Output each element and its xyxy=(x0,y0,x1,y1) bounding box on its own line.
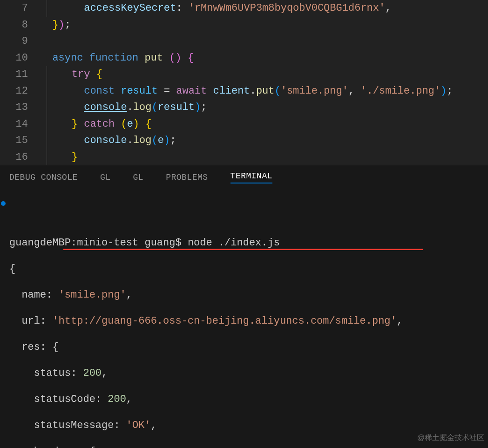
code-line[interactable]: console.log(result); xyxy=(40,99,453,116)
code-line[interactable]: async function put () { xyxy=(40,50,453,67)
token-paren: ) xyxy=(195,99,201,116)
tab-problems[interactable]: PROBLEMS xyxy=(166,173,208,182)
token-brace: } xyxy=(72,149,78,166)
panel-tabs: DEBUG CONSOLE GL GL PROBLEMS TERMINAL xyxy=(0,165,488,189)
terminal-panel[interactable]: guangdeMBP:minio-test guang$ node ./inde… xyxy=(0,189,488,448)
token-brace: { xyxy=(96,66,102,83)
line-number: 11 xyxy=(0,66,28,83)
tab-gl[interactable]: GL xyxy=(133,173,144,182)
token-object: client xyxy=(213,83,250,100)
token-comma: , xyxy=(348,83,354,100)
token-paren: ) xyxy=(133,116,139,133)
token-comma: , xyxy=(385,0,391,17)
line-number: 14 xyxy=(0,116,28,133)
key: statusCode: xyxy=(9,394,108,405)
line-number-gutter: 7 8 9 10 11 12 13 14 15 16 xyxy=(0,0,40,165)
token-dot: . xyxy=(127,132,133,149)
token-string: './smile.png' xyxy=(360,83,441,100)
token-brace: } xyxy=(72,116,78,133)
tab-gl[interactable]: GL xyxy=(100,173,111,182)
token-colon: : xyxy=(176,0,182,17)
token-paren: ( xyxy=(151,99,157,116)
token-dot: . xyxy=(250,83,256,100)
token-variable: e xyxy=(127,116,133,133)
token-paren: ( xyxy=(275,83,281,100)
comma: , xyxy=(126,289,132,301)
token-method: log xyxy=(133,132,152,149)
token-keyword: const xyxy=(84,83,115,100)
value-number: 200 xyxy=(108,394,126,405)
code-line[interactable]: }); xyxy=(40,17,453,34)
code-line[interactable]: console.log(e); xyxy=(40,132,453,149)
token-variable: result xyxy=(158,99,195,116)
comma: , xyxy=(102,367,108,379)
comma: , xyxy=(151,420,157,431)
token-paren: ) xyxy=(164,132,170,149)
line-number: 8 xyxy=(0,17,28,34)
prompt: guangdeMBP:minio-test guang$ xyxy=(9,237,188,249)
terminal-line[interactable]: name: 'smile.png', xyxy=(9,289,479,302)
watermark: @稀土掘金技术社区 xyxy=(417,431,484,444)
terminal-line[interactable]: status: 200, xyxy=(9,367,479,380)
code-line[interactable]: accessKeySecret: 'rMnwWm6UVP3m8byqobV0CQ… xyxy=(40,0,453,17)
token-method: log xyxy=(133,99,152,116)
token-operator: = xyxy=(164,83,170,100)
value-string: 'smile.png' xyxy=(59,289,126,301)
token-dot: . xyxy=(127,99,133,116)
token-keyword: catch xyxy=(84,116,115,133)
terminal-line[interactable]: statusMessage: 'OK', xyxy=(9,419,479,432)
value-url: 'http://guang-666.oss-cn-beijing.aliyunc… xyxy=(52,315,396,327)
key: url: xyxy=(9,315,52,327)
terminal-line[interactable]: res: { xyxy=(9,341,479,354)
tab-terminal[interactable]: TERMINAL xyxy=(230,171,272,183)
token-semicolon: ; xyxy=(170,132,176,149)
code-editor[interactable]: 7 8 9 10 11 12 13 14 15 16 accessKeySecr… xyxy=(0,0,488,165)
token-brace: } xyxy=(52,17,58,34)
token-fn-name: put xyxy=(144,50,163,67)
code-line[interactable]: } xyxy=(40,149,453,166)
key: status: xyxy=(9,367,83,379)
token-paren: ( xyxy=(169,50,175,67)
line-number: 7 xyxy=(0,0,28,17)
key: res: { xyxy=(9,341,59,353)
terminal-marker-icon xyxy=(1,201,6,206)
token-string: 'rMnwWm6UVP3m8byqobV0CQBG1d6rnx' xyxy=(189,0,385,17)
token-paren: ( xyxy=(121,116,127,133)
terminal-line[interactable]: statusCode: 200, xyxy=(9,393,479,406)
token-variable: e xyxy=(158,132,164,149)
token-semicolon: ; xyxy=(65,17,71,34)
token-keyword: async xyxy=(52,50,83,67)
terminal-line[interactable]: url: 'http://guang-666.oss-cn-beijing.al… xyxy=(9,315,479,328)
token-object: console xyxy=(84,132,127,149)
code-line[interactable] xyxy=(40,33,453,50)
token-semicolon: ; xyxy=(447,83,453,100)
terminal-line[interactable]: { xyxy=(9,263,479,276)
token-paren: ) xyxy=(59,17,65,34)
tab-debug-console[interactable]: DEBUG CONSOLE xyxy=(9,173,78,182)
code-line[interactable]: const result = await client.put('smile.p… xyxy=(40,83,453,100)
code-line[interactable]: } catch (e) { xyxy=(40,116,453,133)
token-paren: ( xyxy=(151,132,157,149)
command: node ./index.js xyxy=(188,237,280,249)
token-semicolon: ; xyxy=(201,99,207,116)
key: name: xyxy=(9,289,59,301)
key: statusMessage: xyxy=(9,420,126,431)
token-keyword: function xyxy=(89,50,139,67)
token-property: accessKeySecret xyxy=(84,0,176,17)
terminal-line[interactable]: headers: { xyxy=(9,445,479,448)
comma: , xyxy=(397,315,403,327)
token-brace: { xyxy=(188,50,194,67)
token-paren: ) xyxy=(175,50,181,67)
token-object: console xyxy=(84,99,127,116)
line-number: 9 xyxy=(0,33,28,50)
line-number: 12 xyxy=(0,83,28,100)
line-number: 13 xyxy=(0,99,28,116)
code-line[interactable]: try { xyxy=(40,66,453,83)
token-brace: { xyxy=(145,116,151,133)
code-content[interactable]: accessKeySecret: 'rMnwWm6UVP3m8byqobV0CQ… xyxy=(40,0,453,165)
token-keyword: try xyxy=(72,66,90,83)
brace: { xyxy=(9,263,15,275)
token-keyword: await xyxy=(176,83,207,100)
key: headers: { xyxy=(9,446,95,448)
terminal-line[interactable]: guangdeMBP:minio-test guang$ node ./inde… xyxy=(9,237,479,250)
